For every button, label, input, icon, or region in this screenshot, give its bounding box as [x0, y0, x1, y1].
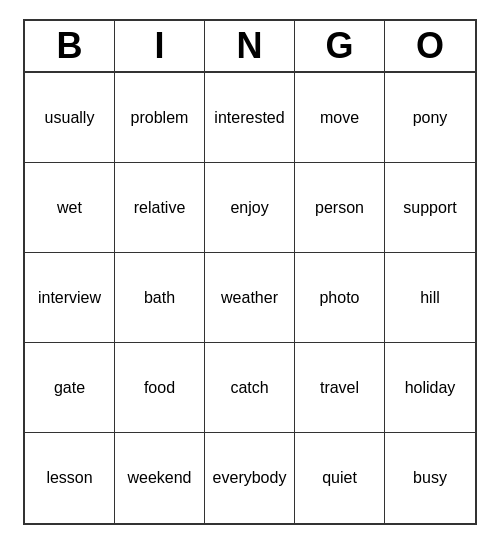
bingo-cell: quiet [295, 433, 385, 523]
bingo-cell: move [295, 73, 385, 163]
cell-text: usually [45, 108, 95, 127]
bingo-cell: lesson [25, 433, 115, 523]
header-letter: O [385, 21, 475, 71]
cell-text: hill [420, 288, 440, 307]
bingo-cell: person [295, 163, 385, 253]
bingo-cell: catch [205, 343, 295, 433]
bingo-cell: gate [25, 343, 115, 433]
cell-text: busy [413, 468, 447, 487]
cell-text: photo [319, 288, 359, 307]
bingo-cell: travel [295, 343, 385, 433]
cell-text: gate [54, 378, 85, 397]
cell-text: problem [131, 108, 189, 127]
bingo-cell: relative [115, 163, 205, 253]
bingo-cell: weather [205, 253, 295, 343]
header-letter: I [115, 21, 205, 71]
cell-text: everybody [213, 468, 287, 487]
bingo-cell: support [385, 163, 475, 253]
cell-text: quiet [322, 468, 357, 487]
bingo-cell: problem [115, 73, 205, 163]
cell-text: interview [38, 288, 101, 307]
cell-text: weather [221, 288, 278, 307]
bingo-cell: photo [295, 253, 385, 343]
cell-text: bath [144, 288, 175, 307]
bingo-header: BINGO [25, 21, 475, 73]
bingo-cell: busy [385, 433, 475, 523]
bingo-cell: interview [25, 253, 115, 343]
cell-text: person [315, 198, 364, 217]
cell-text: move [320, 108, 359, 127]
bingo-cell: bath [115, 253, 205, 343]
header-letter: N [205, 21, 295, 71]
bingo-cell: food [115, 343, 205, 433]
cell-text: lesson [46, 468, 92, 487]
bingo-cell: holiday [385, 343, 475, 433]
cell-text: support [403, 198, 456, 217]
cell-text: holiday [405, 378, 456, 397]
cell-text: weekend [127, 468, 191, 487]
header-letter: G [295, 21, 385, 71]
cell-text: food [144, 378, 175, 397]
cell-text: catch [230, 378, 268, 397]
bingo-card: BINGO usuallyprobleminterestedmoveponywe… [23, 19, 477, 525]
cell-text: wet [57, 198, 82, 217]
bingo-grid: usuallyprobleminterestedmoveponywetrelat… [25, 73, 475, 523]
bingo-cell: hill [385, 253, 475, 343]
bingo-cell: pony [385, 73, 475, 163]
cell-text: relative [134, 198, 186, 217]
cell-text: enjoy [230, 198, 268, 217]
bingo-cell: weekend [115, 433, 205, 523]
header-letter: B [25, 21, 115, 71]
cell-text: pony [413, 108, 448, 127]
bingo-cell: everybody [205, 433, 295, 523]
bingo-cell: wet [25, 163, 115, 253]
cell-text: interested [214, 108, 284, 127]
bingo-cell: interested [205, 73, 295, 163]
bingo-cell: enjoy [205, 163, 295, 253]
cell-text: travel [320, 378, 359, 397]
bingo-cell: usually [25, 73, 115, 163]
